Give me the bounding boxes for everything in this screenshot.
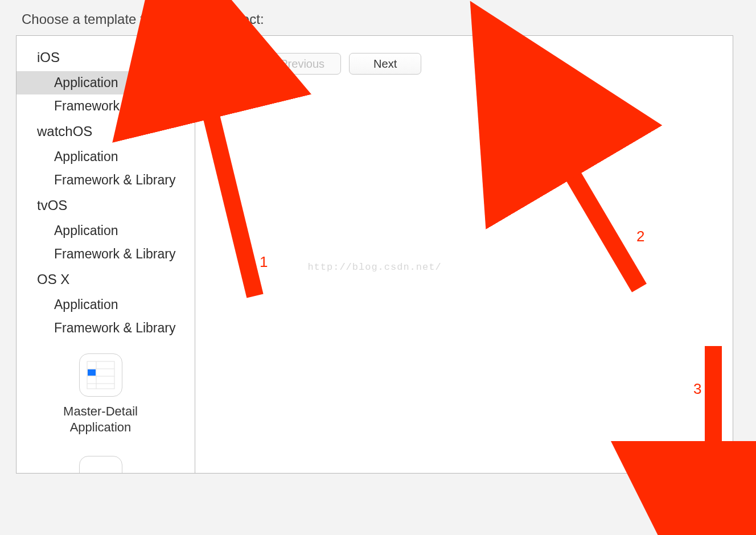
sidebar-group-watchos: watchOS [17,118,195,145]
sidebar-item-osx-framework[interactable]: Framework & Library [17,316,195,340]
sidebar-group-osx: OS X [17,266,195,293]
sidebar-group-tvos: tvOS [17,192,195,219]
dialog-panel: iOS Application Framework & Library watc… [16,35,733,474]
dialog-header: Choose a template for your new project: [16,0,733,35]
template-grid: Master-Detail Application Page-Based App… [17,340,195,473]
sidebar-item-watchos-application[interactable]: Application [17,145,195,168]
template-main: Master-Detail Application Page-Based App… [17,340,195,473]
svg-rect-5 [88,369,96,376]
template-page-based[interactable]: Page-Based Application [40,452,161,473]
cancel-button[interactable]: Cancel [195,53,264,75]
category-sidebar: iOS Application Framework & Library watc… [17,36,195,473]
new-project-dialog: Choose a template for your new project: … [16,0,733,474]
template-master-detail[interactable]: Master-Detail Application [40,350,161,452]
sidebar-item-ios-framework[interactable]: Framework & Library [17,94,195,118]
master-detail-icon [79,353,122,397]
dialog-footer: Cancel Previous Next [195,53,421,473]
sidebar-group-ios: iOS [17,44,195,71]
sidebar-item-tvos-application[interactable]: Application [17,219,195,242]
next-button[interactable]: Next [349,53,421,75]
sidebar-item-watchos-framework[interactable]: Framework & Library [17,168,195,192]
page-based-icon [79,456,122,473]
sidebar-item-osx-application[interactable]: Application [17,293,195,316]
sidebar-item-tvos-framework[interactable]: Framework & Library [17,242,195,266]
sidebar-item-ios-application[interactable]: Application [17,71,195,94]
template-label: Master-Detail Application [40,404,161,435]
previous-button: Previous [264,53,341,75]
